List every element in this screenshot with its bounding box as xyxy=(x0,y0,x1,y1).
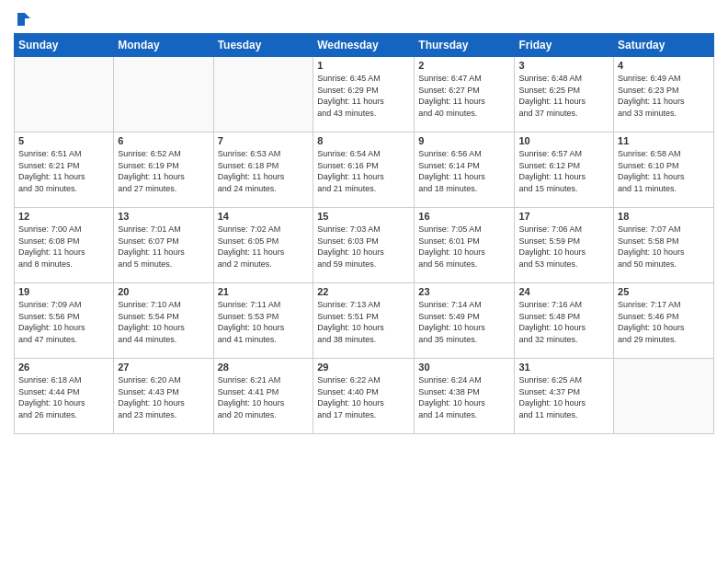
day-number: 10 xyxy=(518,135,609,146)
day-number: 20 xyxy=(118,286,209,297)
day-number: 26 xyxy=(18,362,109,373)
day-info: Sunrise: 6:57 AM Sunset: 6:12 PM Dayligh… xyxy=(518,148,609,194)
calendar-cell: 5Sunrise: 6:51 AM Sunset: 6:21 PM Daylig… xyxy=(15,132,114,208)
calendar-cell xyxy=(213,57,313,132)
logo xyxy=(14,9,32,28)
day-number: 18 xyxy=(618,211,710,222)
day-info: Sunrise: 6:22 AM Sunset: 4:40 PM Dayligh… xyxy=(317,374,410,420)
day-number: 1 xyxy=(317,60,410,71)
calendar-week-1: 5Sunrise: 6:51 AM Sunset: 6:21 PM Daylig… xyxy=(15,132,714,208)
col-header-saturday: Saturday xyxy=(614,34,714,57)
calendar-cell: 15Sunrise: 7:03 AM Sunset: 6:03 PM Dayli… xyxy=(313,208,415,283)
calendar-cell: 16Sunrise: 7:05 AM Sunset: 6:01 PM Dayli… xyxy=(415,208,515,283)
calendar-cell: 24Sunrise: 7:16 AM Sunset: 5:48 PM Dayli… xyxy=(515,283,614,359)
day-info: Sunrise: 6:56 AM Sunset: 6:14 PM Dayligh… xyxy=(418,148,510,194)
day-info: Sunrise: 7:10 AM Sunset: 5:54 PM Dayligh… xyxy=(118,299,209,345)
day-number: 3 xyxy=(518,60,609,71)
calendar-cell: 30Sunrise: 6:24 AM Sunset: 4:38 PM Dayli… xyxy=(415,359,515,434)
day-info: Sunrise: 7:09 AM Sunset: 5:56 PM Dayligh… xyxy=(18,299,109,345)
calendar-cell: 14Sunrise: 7:02 AM Sunset: 6:05 PM Dayli… xyxy=(213,208,313,283)
day-number: 24 xyxy=(518,286,609,297)
day-info: Sunrise: 7:13 AM Sunset: 5:51 PM Dayligh… xyxy=(317,299,410,345)
day-info: Sunrise: 7:05 AM Sunset: 6:01 PM Dayligh… xyxy=(418,224,510,270)
calendar-cell: 13Sunrise: 7:01 AM Sunset: 6:07 PM Dayli… xyxy=(114,208,213,283)
calendar-cell: 3Sunrise: 6:48 AM Sunset: 6:25 PM Daylig… xyxy=(515,57,614,132)
calendar-week-3: 19Sunrise: 7:09 AM Sunset: 5:56 PM Dayli… xyxy=(15,283,714,359)
day-number: 21 xyxy=(218,286,310,297)
calendar-table: SundayMondayTuesdayWednesdayThursdayFrid… xyxy=(14,33,714,434)
calendar-cell: 29Sunrise: 6:22 AM Sunset: 4:40 PM Dayli… xyxy=(313,359,415,434)
day-number: 7 xyxy=(218,135,310,146)
calendar-cell: 20Sunrise: 7:10 AM Sunset: 5:54 PM Dayli… xyxy=(114,283,213,359)
calendar-cell: 17Sunrise: 7:06 AM Sunset: 5:59 PM Dayli… xyxy=(515,208,614,283)
calendar-cell: 26Sunrise: 6:18 AM Sunset: 4:44 PM Dayli… xyxy=(15,359,114,434)
calendar-cell xyxy=(114,57,213,132)
day-number: 4 xyxy=(618,60,710,71)
calendar-week-0: 1Sunrise: 6:45 AM Sunset: 6:29 PM Daylig… xyxy=(15,57,714,132)
calendar-cell: 2Sunrise: 6:47 AM Sunset: 6:27 PM Daylig… xyxy=(415,57,515,132)
day-info: Sunrise: 7:07 AM Sunset: 5:58 PM Dayligh… xyxy=(618,224,710,270)
day-info: Sunrise: 6:53 AM Sunset: 6:18 PM Dayligh… xyxy=(218,148,310,194)
day-number: 28 xyxy=(218,362,310,373)
day-info: Sunrise: 6:20 AM Sunset: 4:43 PM Dayligh… xyxy=(118,374,209,420)
day-info: Sunrise: 7:11 AM Sunset: 5:53 PM Dayligh… xyxy=(218,299,310,345)
col-header-monday: Monday xyxy=(114,34,213,57)
day-number: 11 xyxy=(618,135,710,146)
day-number: 23 xyxy=(418,286,510,297)
day-number: 9 xyxy=(418,135,510,146)
calendar-cell: 11Sunrise: 6:58 AM Sunset: 6:10 PM Dayli… xyxy=(614,132,714,208)
col-header-friday: Friday xyxy=(515,34,614,57)
calendar-cell: 23Sunrise: 7:14 AM Sunset: 5:49 PM Dayli… xyxy=(415,283,515,359)
col-header-thursday: Thursday xyxy=(415,34,515,57)
col-header-tuesday: Tuesday xyxy=(213,34,313,57)
calendar-cell: 6Sunrise: 6:52 AM Sunset: 6:19 PM Daylig… xyxy=(114,132,213,208)
page: SundayMondayTuesdayWednesdayThursdayFrid… xyxy=(0,0,728,563)
day-number: 8 xyxy=(317,135,410,146)
calendar-cell: 22Sunrise: 7:13 AM Sunset: 5:51 PM Dayli… xyxy=(313,283,415,359)
day-info: Sunrise: 7:14 AM Sunset: 5:49 PM Dayligh… xyxy=(418,299,510,345)
calendar-cell: 31Sunrise: 6:25 AM Sunset: 4:37 PM Dayli… xyxy=(515,359,614,434)
day-info: Sunrise: 7:02 AM Sunset: 6:05 PM Dayligh… xyxy=(218,224,310,270)
day-number: 15 xyxy=(317,211,410,222)
day-info: Sunrise: 6:54 AM Sunset: 6:16 PM Dayligh… xyxy=(317,148,410,194)
day-number: 14 xyxy=(218,211,310,222)
calendar-cell: 4Sunrise: 6:49 AM Sunset: 6:23 PM Daylig… xyxy=(614,57,714,132)
day-info: Sunrise: 6:48 AM Sunset: 6:25 PM Dayligh… xyxy=(518,73,609,119)
day-info: Sunrise: 6:58 AM Sunset: 6:10 PM Dayligh… xyxy=(618,148,710,194)
calendar-cell: 19Sunrise: 7:09 AM Sunset: 5:56 PM Dayli… xyxy=(15,283,114,359)
day-number: 5 xyxy=(18,135,109,146)
calendar-cell: 1Sunrise: 6:45 AM Sunset: 6:29 PM Daylig… xyxy=(313,57,415,132)
day-info: Sunrise: 7:00 AM Sunset: 6:08 PM Dayligh… xyxy=(18,224,109,270)
header xyxy=(14,9,714,28)
day-info: Sunrise: 7:17 AM Sunset: 5:46 PM Dayligh… xyxy=(618,299,710,345)
day-number: 19 xyxy=(18,286,109,297)
logo-icon xyxy=(16,11,32,28)
day-number: 6 xyxy=(118,135,209,146)
calendar-cell: 18Sunrise: 7:07 AM Sunset: 5:58 PM Dayli… xyxy=(614,208,714,283)
calendar-cell: 7Sunrise: 6:53 AM Sunset: 6:18 PM Daylig… xyxy=(213,132,313,208)
day-info: Sunrise: 7:16 AM Sunset: 5:48 PM Dayligh… xyxy=(518,299,609,345)
day-info: Sunrise: 6:25 AM Sunset: 4:37 PM Dayligh… xyxy=(518,374,609,420)
day-number: 16 xyxy=(418,211,510,222)
calendar-cell: 12Sunrise: 7:00 AM Sunset: 6:08 PM Dayli… xyxy=(15,208,114,283)
day-info: Sunrise: 6:18 AM Sunset: 4:44 PM Dayligh… xyxy=(18,374,109,420)
calendar-cell: 27Sunrise: 6:20 AM Sunset: 4:43 PM Dayli… xyxy=(114,359,213,434)
calendar-cell: 21Sunrise: 7:11 AM Sunset: 5:53 PM Dayli… xyxy=(213,283,313,359)
calendar-week-2: 12Sunrise: 7:00 AM Sunset: 6:08 PM Dayli… xyxy=(15,208,714,283)
day-info: Sunrise: 7:01 AM Sunset: 6:07 PM Dayligh… xyxy=(118,224,209,270)
day-number: 31 xyxy=(518,362,609,373)
day-info: Sunrise: 6:45 AM Sunset: 6:29 PM Dayligh… xyxy=(317,73,410,119)
calendar-cell: 10Sunrise: 6:57 AM Sunset: 6:12 PM Dayli… xyxy=(515,132,614,208)
day-number: 12 xyxy=(18,211,109,222)
day-info: Sunrise: 6:21 AM Sunset: 4:41 PM Dayligh… xyxy=(218,374,310,420)
calendar-cell xyxy=(15,57,114,132)
calendar-cell: 25Sunrise: 7:17 AM Sunset: 5:46 PM Dayli… xyxy=(614,283,714,359)
day-number: 22 xyxy=(317,286,410,297)
day-info: Sunrise: 6:24 AM Sunset: 4:38 PM Dayligh… xyxy=(418,374,510,420)
day-info: Sunrise: 6:52 AM Sunset: 6:19 PM Dayligh… xyxy=(118,148,209,194)
calendar-cell: 28Sunrise: 6:21 AM Sunset: 4:41 PM Dayli… xyxy=(213,359,313,434)
day-number: 29 xyxy=(317,362,410,373)
day-number: 30 xyxy=(418,362,510,373)
day-info: Sunrise: 7:06 AM Sunset: 5:59 PM Dayligh… xyxy=(518,224,609,270)
calendar-week-4: 26Sunrise: 6:18 AM Sunset: 4:44 PM Dayli… xyxy=(15,359,714,434)
